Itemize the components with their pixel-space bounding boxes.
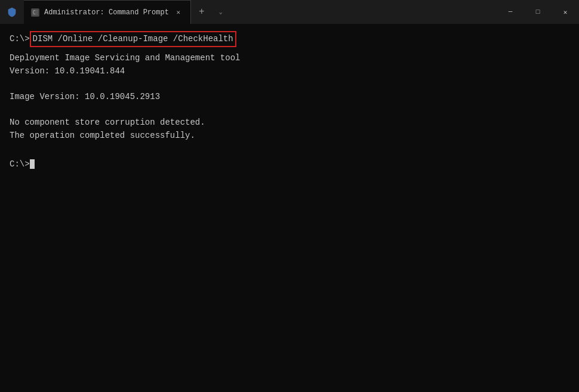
close-button[interactable]: ✕ [552, 0, 579, 24]
titlebar: C Administrator: Command Prompt ✕ + ⌄ ─ … [0, 0, 579, 24]
output-line-1: Deployment Image Servicing and Managemen… [10, 52, 569, 65]
svg-text:C: C [33, 10, 36, 16]
tab-dropdown-button[interactable]: ⌄ [212, 0, 229, 24]
output-block: Deployment Image Servicing and Managemen… [10, 52, 569, 156]
command-prefix: C:\> [10, 33, 30, 45]
new-tab-button[interactable]: + [191, 0, 212, 24]
command-line: C:\>DISM /Online /Cleanup-Image /CheckHe… [10, 31, 569, 47]
terminal-window: C Administrator: Command Prompt ✕ + ⌄ ─ … [0, 0, 579, 392]
app-icon [7, 7, 17, 17]
command-highlighted: DISM /Online /Cleanup-Image /CheckHealth [30, 31, 236, 47]
output-line-4: Image Version: 10.0.19045.2913 [10, 91, 569, 104]
maximize-button[interactable]: □ [524, 0, 552, 24]
window-icon [0, 0, 24, 24]
output-line-2: Version: 10.0.19041.844 [10, 65, 569, 78]
minimize-button[interactable]: ─ [497, 0, 524, 24]
blank-line-3 [10, 143, 569, 156]
titlebar-controls: ─ □ ✕ [497, 0, 579, 24]
tab-icon: C [31, 8, 39, 17]
prompt-line: C:\> [10, 158, 569, 171]
titlebar-left: C Administrator: Command Prompt ✕ + ⌄ [0, 0, 497, 24]
tab-label: Administrator: Command Prompt [44, 8, 169, 17]
terminal-body[interactable]: C:\>DISM /Online /Cleanup-Image /CheckHe… [0, 24, 579, 392]
terminal-tab[interactable]: C Administrator: Command Prompt ✕ [24, 0, 191, 24]
output-line-7: The operation completed successfully. [10, 129, 569, 143]
blank-line-2 [10, 104, 569, 117]
prompt-prefix: C:\> [10, 158, 30, 171]
cursor [30, 159, 35, 169]
tab-close-button[interactable]: ✕ [174, 8, 183, 17]
output-line-6: No component store corruption detected. [10, 116, 569, 129]
blank-line-1 [10, 78, 569, 91]
